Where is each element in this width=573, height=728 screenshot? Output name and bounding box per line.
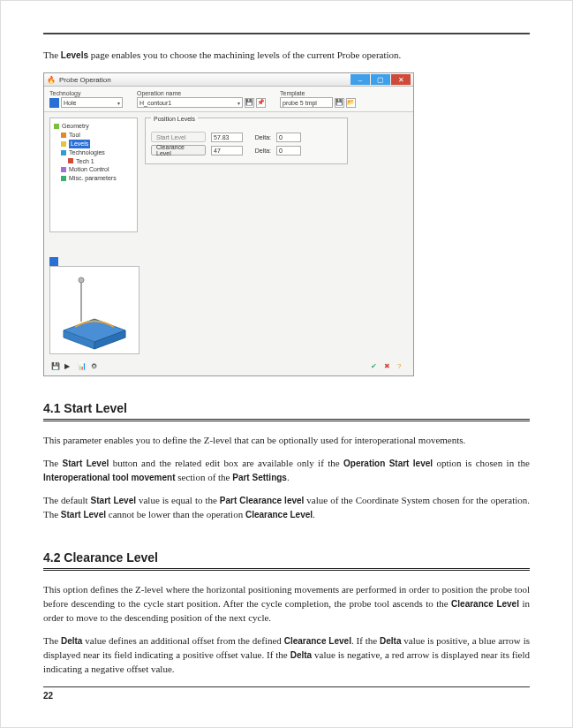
rule — [43, 419, 530, 421]
template-label: Template — [280, 90, 356, 96]
position-levels-group: Position Levels Start Level 57.83 Delta:… — [145, 118, 348, 164]
window-title: Probe Operation — [59, 76, 111, 84]
thumbnail-icon[interactable] — [49, 257, 58, 266]
run-icon[interactable]: ▶ — [64, 362, 73, 371]
help-icon[interactable]: ? — [397, 362, 406, 371]
maximize-button[interactable]: ▢ — [371, 74, 390, 85]
page-footer: 22 — [43, 686, 530, 701]
s41-p1: This parameter enables you to define the… — [43, 434, 530, 448]
save-icon[interactable]: 💾 — [245, 98, 254, 108]
intro-paragraph: The Levels page enables you to choose th… — [43, 49, 530, 62]
preview-3d — [49, 266, 139, 354]
rule — [43, 568, 530, 571]
tree-levels[interactable]: Levels — [54, 140, 133, 148]
levels-bold: Levels — [61, 50, 88, 60]
settings-icon[interactable]: ⚙ — [91, 362, 100, 371]
clearance-level-button[interactable]: Clearance Level — [151, 145, 206, 155]
s42-p2: The Delta value defines an additional of… — [43, 634, 530, 677]
embedded-screenshot: 🔥 Probe Operation – ▢ ✕ Technology Hole … — [43, 72, 414, 376]
cancel-icon[interactable]: ✖ — [384, 362, 393, 371]
heading-4-1: 4.1 Start Level — [43, 401, 530, 415]
s42-p1: This option defines the Z-level where th… — [43, 583, 530, 626]
save-icon[interactable]: 💾 — [51, 362, 60, 371]
start-level-value[interactable]: 57.83 — [211, 133, 243, 142]
opname-dropdown[interactable]: H_contour1 — [137, 97, 243, 108]
toolbar: Technology Hole Operation name H_contour… — [44, 87, 413, 112]
group-title: Position Levels — [151, 116, 198, 122]
window-titlebar: 🔥 Probe Operation – ▢ ✕ — [44, 73, 413, 87]
heading-4-2: 4.2 Clearance Level — [43, 550, 530, 565]
template-save-icon[interactable]: 💾 — [335, 98, 344, 108]
clearance-level-value[interactable]: 47 — [211, 146, 243, 155]
delta-label-1: Delta: — [248, 134, 271, 140]
delta-value-2[interactable]: 0 — [276, 146, 301, 155]
page-number: 22 — [43, 691, 530, 701]
s41-p2: The Start Level button and the related e… — [43, 457, 530, 485]
tree-technologies[interactable]: Technologies — [54, 148, 133, 157]
calc-icon[interactable]: 📊 — [78, 362, 87, 371]
pin-icon[interactable]: 📌 — [256, 98, 266, 108]
svg-point-4 — [79, 277, 84, 283]
opname-label: Operation name — [137, 90, 266, 96]
tree-geometry[interactable]: Geometry — [54, 122, 133, 131]
tree-tech1[interactable]: Tech 1 — [54, 157, 133, 166]
technology-icon — [49, 98, 59, 108]
text: The — [43, 49, 61, 60]
text: page enables you to choose the machining… — [88, 49, 401, 60]
tree-tool[interactable]: Tool — [54, 131, 133, 140]
delta-value-1[interactable]: 0 — [276, 133, 301, 142]
nav-tree[interactable]: Geometry Tool Levels Technologies Tech 1… — [49, 118, 138, 232]
template-field[interactable]: probe 5 tmpl — [280, 97, 333, 108]
technology-dropdown[interactable]: Hole — [61, 97, 123, 108]
footer-toolbar: 💾 ▶ 📊 ⚙ ✔ ✖ ? — [44, 360, 413, 375]
tree-misc[interactable]: Misc. parameters — [54, 174, 133, 183]
delta-label-2: Delta: — [248, 148, 271, 154]
minimize-button[interactable]: – — [351, 74, 370, 85]
tree-motion[interactable]: Motion Control — [54, 165, 133, 174]
s41-p3: The default Start Level value is equal t… — [43, 494, 530, 522]
start-level-button[interactable]: Start Level — [151, 132, 206, 142]
app-icon: 🔥 — [47, 76, 56, 84]
template-open-icon[interactable]: 📂 — [346, 98, 356, 108]
technology-label: Technology — [49, 90, 123, 96]
ok-icon[interactable]: ✔ — [371, 362, 380, 371]
close-button[interactable]: ✕ — [391, 74, 411, 85]
top-rule — [43, 33, 530, 34]
